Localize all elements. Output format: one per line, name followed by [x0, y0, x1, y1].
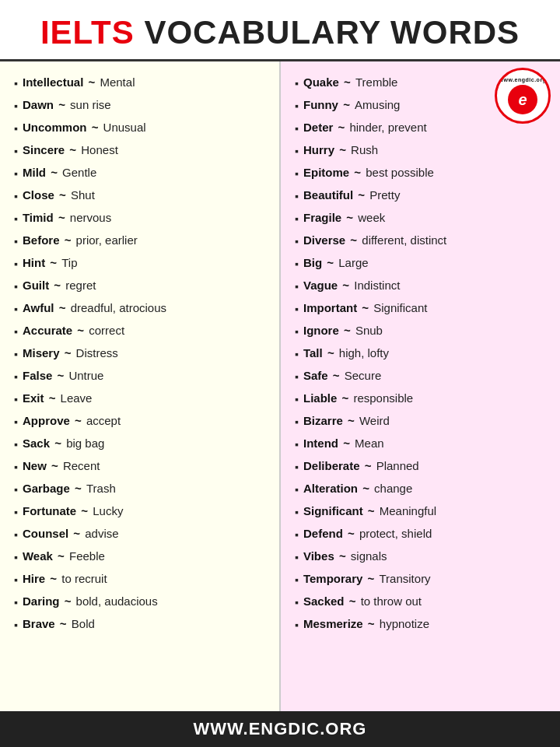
vocab-def: hinder, prevent — [349, 121, 426, 134]
vocab-word: Important — [303, 301, 357, 314]
vocab-word: Guilt — [23, 279, 49, 292]
tilde: ~ — [58, 211, 68, 224]
list-item: ▪ Hint ~ Tip — [14, 254, 270, 272]
tilde: ~ — [333, 369, 343, 382]
bullet: ▪ — [14, 233, 18, 250]
bullet: ▪ — [14, 301, 18, 317]
bullet: ▪ — [295, 346, 299, 363]
bullet: ▪ — [295, 143, 299, 160]
tilde: ~ — [65, 233, 75, 247]
tilde: ~ — [51, 166, 61, 179]
list-item: ▪ Temporary ~ Transitory — [295, 570, 551, 588]
tilde: ~ — [327, 256, 337, 269]
vocab-def: Untrue — [68, 369, 103, 382]
bullet: ▪ — [295, 301, 299, 317]
vocab-def: Meaningful — [380, 504, 436, 517]
vocab-word: Funny — [303, 98, 338, 111]
vocab-word: Fortunate — [23, 504, 76, 517]
page-title: IELTS VOCABULARY WORDS — [8, 14, 552, 51]
vocab-def: Weird — [359, 414, 390, 427]
title-text: VOCABULARY WORDS — [135, 14, 520, 51]
vocab-def: Significant — [373, 301, 427, 314]
vocab-word: New — [23, 459, 47, 472]
vocab-word: Approve — [23, 414, 70, 427]
tilde: ~ — [77, 324, 87, 337]
vocab-word: Liable — [303, 391, 337, 405]
list-item: ▪ Hire ~ to recruit — [14, 570, 270, 588]
tilde: ~ — [65, 346, 75, 359]
bullet: ▪ — [14, 459, 18, 475]
list-item: ▪ Daring ~ bold, audacious — [14, 593, 270, 611]
vocab-def: Transitory — [380, 572, 431, 585]
vocab-def: Mental — [100, 75, 135, 89]
vocab-word: Deliberate — [303, 459, 360, 472]
tilde: ~ — [368, 504, 378, 517]
vocab-word: Safe — [303, 369, 328, 382]
tilde: ~ — [89, 75, 99, 89]
vocab-def: Mean — [355, 437, 384, 450]
list-item: ▪ Diverse ~ different, distinct — [295, 232, 551, 250]
list-item: ▪ Sack ~ big bag — [14, 435, 270, 453]
list-item: ▪ Liable ~ responsible — [295, 390, 551, 408]
bullet: ▪ — [295, 572, 299, 588]
brand-name: IELTS — [40, 14, 135, 51]
vocab-def: signals — [351, 549, 387, 563]
tilde: ~ — [348, 414, 358, 427]
list-item: ▪ Safe ~ Secure — [295, 367, 551, 385]
vocab-def: to throw out — [361, 594, 422, 608]
vocab-word: Weak — [23, 549, 53, 563]
vocab-def: Honest — [81, 143, 118, 156]
tilde: ~ — [59, 301, 69, 314]
list-item: ▪ Dawn ~ sun rise — [14, 96, 270, 114]
list-item: ▪ Intellectual ~ Mental — [14, 74, 270, 92]
tilde: ~ — [50, 572, 60, 585]
vocab-def: Lucky — [93, 504, 123, 517]
vocab-word: Deter — [303, 121, 333, 134]
tilde: ~ — [338, 121, 348, 134]
vocab-def: Snub — [355, 324, 383, 337]
list-item: ▪ Fragile ~ week — [295, 209, 551, 227]
list-item: ▪ New ~ Recent — [14, 458, 270, 475]
bullet: ▪ — [295, 188, 299, 205]
tilde: ~ — [65, 594, 75, 608]
vocab-word: Garbage — [23, 482, 70, 495]
tilde: ~ — [75, 482, 85, 495]
vocab-def: responsible — [353, 391, 413, 405]
tilde: ~ — [60, 617, 70, 630]
bullet: ▪ — [14, 391, 18, 408]
vocab-word: False — [23, 369, 52, 382]
vocab-word: Before — [23, 233, 60, 247]
tilde: ~ — [350, 233, 360, 247]
tilde: ~ — [342, 391, 352, 405]
bullet: ▪ — [295, 75, 299, 92]
vocab-def: Tip — [61, 256, 77, 269]
bullet: ▪ — [14, 346, 18, 363]
footer-url: WWW.ENGDIC.ORG — [8, 719, 552, 739]
list-item: ▪ Deliberate ~ Planned — [295, 458, 551, 475]
vocab-word: Sincere — [23, 143, 65, 156]
bullet: ▪ — [14, 75, 18, 92]
vocab-def: Large — [338, 256, 368, 269]
tilde: ~ — [81, 504, 91, 517]
list-item: ▪ Before ~ prior, earlier — [14, 232, 270, 250]
list-item: ▪ Bizarre ~ Weird — [295, 412, 551, 430]
vocab-word: Awful — [23, 301, 54, 314]
tilde: ~ — [362, 482, 373, 495]
vocab-word: Defend — [303, 527, 343, 540]
vocab-def: Trash — [86, 482, 116, 495]
list-item: ▪ Timid ~ nervous — [14, 209, 270, 227]
vocab-word: Intellectual — [23, 75, 83, 89]
bullet: ▪ — [295, 166, 299, 182]
list-item: ▪ Significant ~ Meaningful — [295, 503, 551, 521]
bullet: ▪ — [295, 233, 299, 250]
vocab-def: high, lofty — [339, 346, 389, 359]
tilde: ~ — [343, 98, 353, 111]
bullet: ▪ — [14, 256, 18, 272]
vocab-word: Counsel — [23, 527, 68, 540]
bullet: ▪ — [295, 549, 299, 566]
bullet: ▪ — [14, 414, 18, 430]
vocab-def: protect, shield — [359, 527, 432, 540]
vocab-word: Temporary — [303, 572, 362, 585]
list-item: ▪ Hurry ~ Rush — [295, 142, 551, 160]
vocab-def: Feeble — [69, 549, 105, 563]
